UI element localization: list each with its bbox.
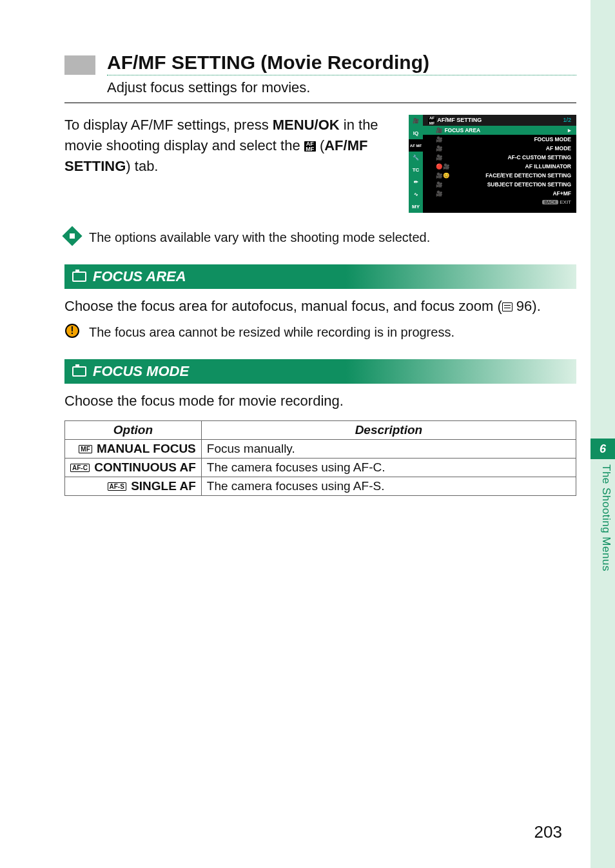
camera-menu-exit-label: EXIT <box>560 199 571 205</box>
menu-tab: TC <box>409 164 423 176</box>
movie-icon <box>72 271 86 282</box>
table-row: AF-C CONTINUOUS AF The camera focuses us… <box>65 458 576 477</box>
camera-menu-item: 🎥😊 FACE/EYE DETECTION SETTING <box>423 171 576 180</box>
camera-menu-item: 🔴🎥 AF ILLUMINATOR <box>423 162 576 171</box>
menu-tab: 🔧 <box>409 152 423 164</box>
movie-icon <box>72 366 86 377</box>
menu-tab: IQ <box>409 127 423 139</box>
camera-menu-item: 🎥 AF-C CUSTOM SETTING <box>423 153 576 162</box>
menu-tab-selected: AF MF <box>409 139 423 152</box>
section-header-focus-mode: FOCUS MODE <box>64 359 576 384</box>
tip-diamond-icon <box>64 228 80 244</box>
section-header-focus-area: FOCUS AREA <box>64 264 576 289</box>
camera-menu-page-indicator: 1/2 <box>563 117 571 124</box>
camera-menu-item: 🎥 SUBJECT DETECTION SETTING <box>423 180 576 189</box>
intro-paragraph: To display AF/MF settings, press MENU/OK… <box>64 115 398 177</box>
camera-menu-item: 🎥 AF MODE <box>423 144 576 153</box>
page-title: AF/MF SETTING (Movie Recording) <box>107 52 576 75</box>
caution-text: The focus area cannot be resized while r… <box>89 323 454 341</box>
camera-menu-screenshot: 🎥 IQ AF MF 🔧 TC ✏ ∿ MY AF MF AF/MF SETTI… <box>409 115 576 213</box>
page-number: 203 <box>534 822 562 842</box>
tip-text: The options available vary with the shoo… <box>89 228 430 246</box>
option-badge: MF <box>79 445 92 453</box>
camera-menu-title: AF MF AF/MF SETTING <box>428 117 482 124</box>
focus-mode-body: Choose the focus mode for movie recordin… <box>64 391 576 411</box>
table-header-description: Description <box>201 420 576 439</box>
afmf-tab-icon: AF MF <box>304 141 316 152</box>
option-badge: AF-C <box>70 464 90 472</box>
camera-menu-item-selected: 🎥 FOCUS AREA▸ <box>423 126 576 135</box>
title-decorator-block <box>64 55 95 75</box>
table-header-option: Option <box>65 420 202 439</box>
table-row: AF-S SINGLE AF The camera focuses using … <box>65 477 576 495</box>
caution-icon: ! <box>64 323 80 339</box>
focus-mode-options-table: Option Description MF MANUAL FOCUS Focus… <box>64 420 576 496</box>
title-divider <box>64 103 576 103</box>
camera-menu-item: 🎥 FOCUS MODE <box>423 135 576 144</box>
page-subtitle: Adjust focus settings for movies. <box>107 79 576 96</box>
menu-tab: MY <box>409 201 423 213</box>
menu-tab: ✏ <box>409 176 423 188</box>
table-row: MF MANUAL FOCUS Focus manually. <box>65 439 576 458</box>
camera-menu-item: 🎥 AF+MF <box>423 189 576 198</box>
camera-menu-back-label: BACK <box>542 200 558 204</box>
menu-tab: ∿ <box>409 188 423 201</box>
menu-tab: 🎥 <box>409 115 423 127</box>
option-badge: AF-S <box>108 482 126 491</box>
page-reference-icon <box>502 302 512 311</box>
focus-area-body: Choose the focus area for autofocus, man… <box>64 297 576 317</box>
